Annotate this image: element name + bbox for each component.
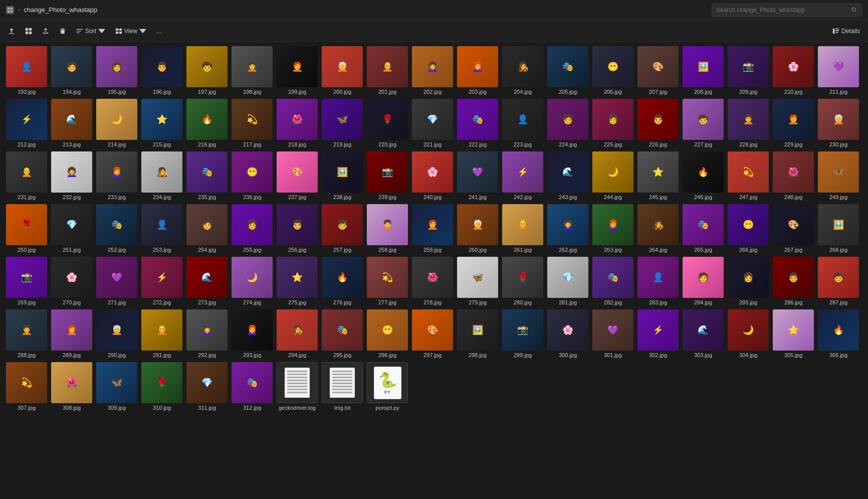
file-item[interactable]: 💜301.jpg	[590, 307, 635, 360]
file-item[interactable]: 🐍 PY porojct.py	[365, 360, 410, 413]
file-item[interactable]: 👩285.jpg	[726, 255, 771, 307]
file-item[interactable]: 🧑‍🦲261.jpg	[500, 202, 545, 255]
file-item[interactable]: 🌺308.jpg	[49, 360, 94, 413]
file-item[interactable]: 👩‍🦱232.jpg	[49, 149, 94, 202]
file-item[interactable]: 📸299.jpg	[500, 307, 545, 360]
file-item[interactable]: ⚡242.jpg	[500, 149, 545, 202]
file-item[interactable]: 🌸300.jpg	[545, 307, 590, 360]
file-item[interactable]: 💫217.jpg	[230, 97, 275, 149]
file-item[interactable]: 🧑‍🦲231.jpg	[4, 149, 49, 202]
file-item[interactable]: 🧑224.jpg	[545, 97, 590, 149]
file-item[interactable]: 🦋219.jpg	[320, 97, 365, 149]
file-item[interactable]: 🧑‍🦰199.jpg	[275, 44, 320, 97]
file-item[interactable]: 🖼️208.jpg	[681, 44, 726, 97]
file-item[interactable]: 🌸270.jpg	[49, 255, 94, 307]
file-item[interactable]: 🧑‍🦱258.jpg	[365, 202, 410, 255]
file-item[interactable]: 🎭282.jpg	[590, 255, 635, 307]
file-item[interactable]: 🧑‍🦱288.jpg	[4, 307, 49, 360]
file-item[interactable]: 🧑194.jpg	[49, 44, 94, 97]
file-item[interactable]: 👤283.jpg	[635, 255, 681, 307]
file-item[interactable]: 🌸240.jpg	[410, 149, 455, 202]
file-item[interactable]: 👨226.jpg	[635, 97, 681, 149]
file-item[interactable]: 🌊213.jpg	[49, 97, 94, 149]
file-item[interactable]: 🧑‍🦳200.jpg	[320, 44, 365, 97]
file-item[interactable]: ⭐245.jpg	[635, 149, 681, 202]
file-item[interactable]: 🎭222.jpg	[455, 97, 500, 149]
file-item[interactable]: 🎭252.jpg	[94, 202, 139, 255]
file-item[interactable]: 🧑‍🦱228.jpg	[726, 97, 771, 149]
file-item[interactable]: 🧑‍🦳290.jpg	[94, 307, 139, 360]
file-item[interactable]: 🧑‍🎤264.jpg	[635, 202, 681, 255]
file-item[interactable]: 🧑‍🦲201.jpg	[365, 44, 410, 97]
file-item[interactable]: 🎭295.jpg	[320, 307, 365, 360]
file-item[interactable]: 🔥216.jpg	[184, 97, 230, 149]
file-item[interactable]: 📸239.jpg	[365, 149, 410, 202]
file-item[interactable]: img.txt	[320, 360, 365, 413]
file-item[interactable]: 🧒287.jpg	[816, 255, 861, 307]
file-item[interactable]: 🧑254.jpg	[184, 202, 230, 255]
file-item[interactable]: 👨196.jpg	[139, 44, 184, 97]
file-item[interactable]: 🧑‍🎤294.jpg	[275, 307, 320, 360]
file-item[interactable]: 🔥276.jpg	[320, 255, 365, 307]
file-item[interactable]: 🧑‍🦰259.jpg	[410, 202, 455, 255]
file-item[interactable]: 😶206.jpg	[590, 44, 635, 97]
file-item[interactable]: 👩‍🦰233.jpg	[94, 149, 139, 202]
file-item[interactable]: 💎221.jpg	[410, 97, 455, 149]
file-item[interactable]: 🧑‍🎤234.jpg	[139, 149, 184, 202]
file-item[interactable]: 👩‍🦰203.jpg	[455, 44, 500, 97]
file-item[interactable]: 🧑‍🦰289.jpg	[49, 307, 94, 360]
file-item[interactable]: 👩‍🦱202.jpg	[410, 44, 455, 97]
file-item[interactable]: 🎨237.jpg	[275, 149, 320, 202]
file-item[interactable]: 🌺218.jpg	[275, 97, 320, 149]
file-item[interactable]: 💜211.jpg	[816, 44, 861, 97]
file-item[interactable]: 🌹220.jpg	[365, 97, 410, 149]
file-item[interactable]: 💫307.jpg	[4, 360, 49, 413]
more-button[interactable]: ...	[152, 23, 165, 39]
sort-button[interactable]: Sort	[72, 23, 109, 39]
file-item[interactable]: 💎281.jpg	[545, 255, 590, 307]
file-item[interactable]: 👨256.jpg	[275, 202, 320, 255]
file-item[interactable]: 🧒257.jpg	[320, 202, 365, 255]
file-item[interactable]: 🖼️298.jpg	[455, 307, 500, 360]
file-item[interactable]: 🌊303.jpg	[681, 307, 726, 360]
file-item[interactable]: 🧑‍🎤204.jpg	[500, 44, 545, 97]
file-item[interactable]: ⭐305.jpg	[771, 307, 816, 360]
search-bar[interactable]	[712, 4, 862, 17]
view-button[interactable]: View	[111, 23, 150, 39]
file-item[interactable]: 👩‍🦰263.jpg	[590, 202, 635, 255]
file-item[interactable]: 🦋279.jpg	[455, 255, 500, 307]
file-item[interactable]: 🧒197.jpg	[184, 44, 230, 97]
file-item[interactable]: 🎭235.jpg	[184, 149, 230, 202]
file-item[interactable]: ⭐275.jpg	[275, 255, 320, 307]
file-item[interactable]: 👩‍🦱292.jpg	[184, 307, 230, 360]
file-item[interactable]: 👩‍🦰293.jpg	[230, 307, 275, 360]
file-item[interactable]: 👩‍🦱262.jpg	[545, 202, 590, 255]
file-item[interactable]: 🖼️268.jpg	[816, 202, 861, 255]
file-item[interactable]: 😶236.jpg	[230, 149, 275, 202]
search-input[interactable]	[716, 7, 851, 14]
file-item[interactable]: ⚡272.jpg	[139, 255, 184, 307]
file-item[interactable]: 🌹280.jpg	[500, 255, 545, 307]
delete-button[interactable]	[55, 23, 70, 39]
file-item[interactable]: 🧑‍🦱198.jpg	[230, 44, 275, 97]
file-item[interactable]: 👩195.jpg	[94, 44, 139, 97]
file-item[interactable]: ⚡302.jpg	[635, 307, 681, 360]
file-item[interactable]: 💜271.jpg	[94, 255, 139, 307]
file-item[interactable]: 🌺248.jpg	[771, 149, 816, 202]
file-item[interactable]: 🔥306.jpg	[816, 307, 861, 360]
file-item[interactable]: 📸209.jpg	[726, 44, 771, 97]
share-button[interactable]	[38, 23, 53, 39]
file-item[interactable]: 🧑‍🦳260.jpg	[455, 202, 500, 255]
file-item[interactable]: 👨286.jpg	[771, 255, 816, 307]
file-item[interactable]: 🌙214.jpg	[94, 97, 139, 149]
file-item[interactable]: 🌙304.jpg	[726, 307, 771, 360]
file-item[interactable]: 🎭265.jpg	[681, 202, 726, 255]
file-item[interactable]: 💎311.jpg	[184, 360, 230, 413]
file-item[interactable]: 🖼️238.jpg	[320, 149, 365, 202]
file-item[interactable]: 🎭205.jpg	[545, 44, 590, 97]
file-item[interactable]: 🌙244.jpg	[590, 149, 635, 202]
file-item[interactable]: 👩225.jpg	[590, 97, 635, 149]
file-item[interactable]: 🌊273.jpg	[184, 255, 230, 307]
file-item[interactable]: 🌙274.jpg	[230, 255, 275, 307]
file-item[interactable]: 💫277.jpg	[365, 255, 410, 307]
